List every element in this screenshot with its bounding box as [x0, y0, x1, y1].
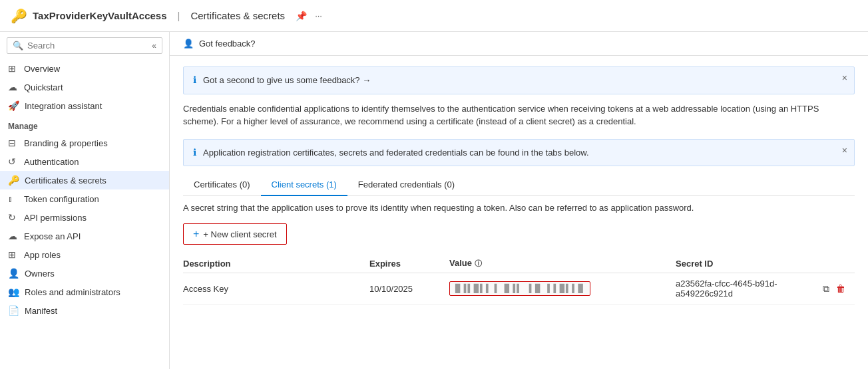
banner1-close[interactable]: × [842, 72, 847, 83]
table-body: Access Key 10/10/2025 █▐▌█▌▌▐ █▐▌ ▌█ ▌▌█… [183, 273, 855, 305]
sidebar-item-manifest[interactable]: 📄 Manifest [0, 301, 169, 320]
search-box[interactable]: 🔍 « [7, 37, 162, 54]
branding-icon: ⊟ [8, 138, 19, 148]
main-layout: 🔍 « ⊞ Overview ☁ Quickstart 🚀 Integratio… [0, 32, 868, 369]
content-body: ℹ Got a second to give us some feedback?… [170, 56, 868, 315]
col-header-expires: Expires [369, 254, 449, 273]
new-secret-label: + New client secret [203, 229, 276, 239]
sidebar-item-token[interactable]: ⫾ Token configuration [0, 189, 169, 208]
sidebar: 🔍 « ⊞ Overview ☁ Quickstart 🚀 Integratio… [0, 32, 170, 369]
value-redacted: █▐▌█▌▌▐ █▐▌ ▌█ ▌▌█▌▌█ [449, 281, 590, 296]
roles-icon: 👥 [8, 287, 19, 297]
feedback-icon: 👤 [183, 39, 194, 49]
table-header: Description Expires Value ⓘ Secret ID [183, 254, 855, 273]
collapse-icon[interactable]: « [152, 41, 156, 51]
overview-icon: ⊞ [8, 63, 19, 74]
copy-secretid-icon[interactable]: ⧉ [821, 282, 831, 296]
app-icon: 🔑 [11, 8, 27, 24]
sidebar-item-label: Token configuration [24, 194, 99, 204]
search-icon: 🔍 [13, 41, 23, 51]
tab-federated[interactable]: Federated credentials (0) [347, 174, 465, 196]
plus-icon: + [193, 228, 199, 240]
sidebar-item-label: Owners [25, 269, 55, 279]
sidebar-item-label: Branding & properties [24, 138, 108, 148]
content-header: 👤 Got feedback? [170, 32, 868, 56]
row-description: Access Key [183, 273, 369, 305]
credentials-description: Credentials enable confidential applicat… [183, 102, 835, 128]
feedback-text[interactable]: Got feedback? [199, 39, 256, 49]
manifest-icon: 📄 [8, 305, 19, 316]
quickstart-icon: ☁ [8, 82, 19, 92]
sidebar-item-approles[interactable]: ⊞ App roles [0, 245, 169, 264]
manage-section-label: Manage [0, 115, 169, 134]
sidebar-item-roles[interactable]: 👥 Roles and administrators [0, 283, 169, 301]
feedback-banner: ℹ Got a second to give us some feedback?… [183, 66, 855, 94]
integration-icon: 🚀 [8, 100, 19, 111]
more-icon[interactable]: ··· [315, 11, 322, 21]
value-cell: █▐▌█▌▌▐ █▐▌ ▌█ ▌▌█▌▌█ [449, 281, 668, 296]
sidebar-item-quickstart[interactable]: ☁ Quickstart [0, 78, 169, 96]
top-header: 🔑 TaxProviderKeyVaultAccess | Certificat… [0, 0, 868, 32]
sidebar-item-label: Certificates & secrets [25, 176, 107, 185]
info-icon-1: ℹ [193, 74, 196, 85]
table-row: Access Key 10/10/2025 █▐▌█▌▌▐ █▐▌ ▌█ ▌▌█… [183, 273, 855, 305]
value-info-icon[interactable]: ⓘ [475, 259, 482, 267]
app-name: TaxProviderKeyVaultAccess [33, 10, 167, 21]
tab-certificates[interactable]: Certificates (0) [183, 174, 261, 196]
sidebar-item-label: Authentication [24, 157, 79, 167]
col-header-secretid: Secret ID [676, 254, 855, 273]
sidebar-item-label: Roles and administrators [25, 287, 120, 297]
credential-tabs: Certificates (0) Client secrets (1) Fede… [183, 174, 855, 196]
header-page-title: Certificates & secrets [190, 10, 285, 21]
sidebar-item-label: Expose an API [24, 231, 81, 241]
info-banner-2-text: Application registration certificates, s… [203, 146, 845, 160]
row-expires: 10/10/2025 [369, 273, 449, 305]
api-icon: ↻ [8, 212, 19, 223]
expose-icon: ☁ [8, 231, 19, 241]
token-icon: ⫾ [8, 193, 19, 204]
approles-icon: ⊞ [8, 249, 19, 260]
sidebar-item-label: App roles [24, 250, 61, 260]
sidebar-item-api[interactable]: ↻ API permissions [0, 208, 169, 227]
sidebar-item-label: Overview [24, 64, 60, 74]
sidebar-item-owners[interactable]: 👤 Owners [0, 264, 169, 283]
sidebar-item-label: Integration assistant [25, 101, 102, 111]
col-header-value: Value ⓘ [449, 254, 676, 273]
sidebar-item-certificates[interactable]: 🔑 Certificates & secrets [0, 171, 169, 189]
row-secretid: a23562fa-cfcc-4645-b91d-a549226c921d ⧉ 🗑 [676, 273, 855, 305]
sidebar-item-branding[interactable]: ⊟ Branding & properties [0, 134, 169, 152]
info-icon-2: ℹ [193, 147, 196, 158]
header-separator: | [178, 10, 180, 21]
owners-icon: 👤 [8, 268, 19, 279]
col-header-description: Description [183, 254, 369, 273]
sidebar-item-label: API permissions [24, 213, 87, 223]
secrets-table: Description Expires Value ⓘ Secret ID Ac… [183, 254, 855, 305]
new-client-secret-button[interactable]: + + New client secret [183, 223, 287, 245]
sidebar-item-label: Quickstart [24, 82, 63, 92]
row-value: █▐▌█▌▌▐ █▐▌ ▌█ ▌▌█▌▌█ [449, 273, 676, 305]
banner2-close[interactable]: × [842, 145, 847, 156]
tab-description: A secret string that the application use… [183, 203, 855, 213]
auth-icon: ↺ [8, 156, 19, 167]
pin-icon[interactable]: 📌 [296, 11, 307, 21]
cert-icon: 🔑 [8, 175, 19, 185]
tab-client-secrets[interactable]: Client secrets (1) [261, 174, 347, 196]
sidebar-item-expose[interactable]: ☁ Expose an API [0, 227, 169, 245]
sidebar-item-authentication[interactable]: ↺ Authentication [0, 152, 169, 171]
sidebar-item-label: Manifest [25, 306, 57, 316]
search-input[interactable] [27, 41, 148, 51]
feedback-banner-text: Got a second to give us some feedback? → [203, 74, 845, 87]
secret-id-value: a23562fa-cfcc-4645-b91d-a549226c921d [676, 279, 817, 299]
info-banner-2: ℹ Application registration certificates,… [183, 139, 855, 167]
sidebar-item-overview[interactable]: ⊞ Overview [0, 59, 169, 78]
content-area: 👤 Got feedback? ℹ Got a second to give u… [170, 32, 868, 369]
sidebar-item-integration[interactable]: 🚀 Integration assistant [0, 96, 169, 115]
delete-secret-icon[interactable]: 🗑 [835, 282, 847, 295]
